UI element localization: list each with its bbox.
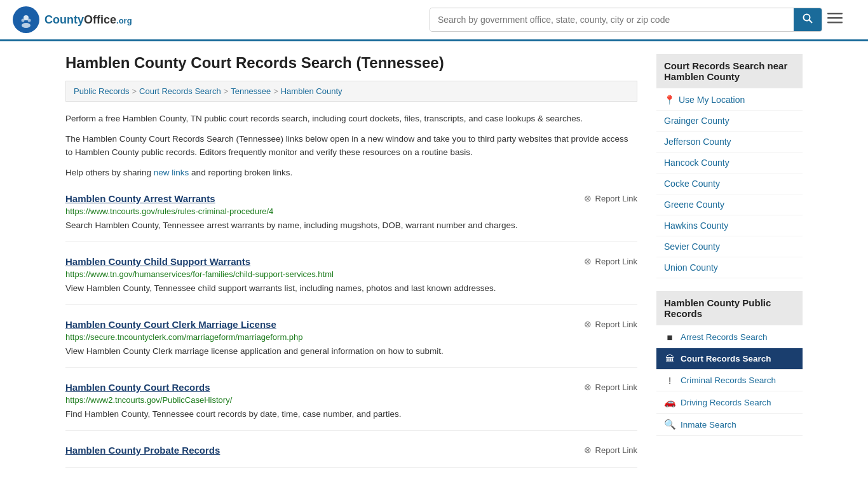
search-input[interactable] (430, 8, 794, 31)
nearby-county-3[interactable]: Cocke County (656, 173, 803, 194)
link-title-1[interactable]: Hamblen County Child Support Warrants (65, 256, 250, 267)
svg-rect-7 (827, 13, 843, 15)
link-item-header: Hamblen County Arrest Warrants ⊗ Report … (65, 193, 637, 204)
location-pin-icon: 📍 (664, 95, 675, 105)
nearby-counties-list: Grainger CountyJefferson CountyHancock C… (656, 111, 803, 278)
records-item-1[interactable]: 🏛 Court Records Search (656, 348, 803, 370)
nearby-county-6[interactable]: Sevier County (656, 236, 803, 257)
nearby-county-4[interactable]: Greene County (656, 194, 803, 215)
report-icon-0: ⊗ (584, 193, 592, 203)
report-link-btn-0[interactable]: ⊗ Report Link (584, 193, 637, 203)
link-item-header: Hamblen County Court Records ⊗ Report Li… (65, 382, 637, 393)
svg-point-5 (804, 15, 810, 21)
report-link-btn-1[interactable]: ⊗ Report Link (584, 256, 637, 266)
svg-point-1 (24, 15, 29, 20)
link-items-container: Hamblen County Arrest Warrants ⊗ Report … (65, 193, 637, 468)
report-icon-4: ⊗ (584, 445, 592, 455)
svg-point-4 (28, 19, 31, 22)
link-item-header: Hamblen County Probate Records ⊗ Report … (65, 445, 637, 456)
link-item: Hamblen County Court Records ⊗ Report Li… (65, 382, 637, 431)
logo-office: Office (84, 13, 116, 26)
nearby-county-0[interactable]: Grainger County (656, 111, 803, 132)
records-item-0[interactable]: ■ Arrest Records Search (656, 327, 803, 348)
nearby-county-2[interactable]: Hancock County (656, 152, 803, 173)
page-title: Hamblen County Court Records Search (Ten… (65, 54, 637, 72)
search-bar-area (430, 8, 843, 32)
intro-text-1: Perform a free Hamblen County, TN public… (65, 112, 637, 126)
breadcrumb-sep-3: > (273, 86, 278, 96)
rec-icon-4: 🔍 (664, 419, 675, 430)
header: CountyOffice.org (0, 0, 868, 41)
records-link-1[interactable]: Court Records Search (681, 354, 771, 363)
records-link-3[interactable]: Driving Records Search (681, 398, 771, 407)
rec-icon-0: ■ (664, 332, 675, 342)
link-url-2[interactable]: https://secure.tncountyclerk.com/marriag… (65, 332, 637, 342)
svg-line-6 (810, 20, 813, 24)
sidebar-records-title: Hamblen County Public Records (656, 291, 803, 325)
breadcrumb-tennessee[interactable]: Tennessee (231, 86, 271, 96)
sidebar: Court Records Search near Hamblen County… (656, 54, 803, 468)
link-description-0: Search Hamblen County, Tennessee arrest … (65, 219, 637, 233)
search-input-wrapper (430, 8, 822, 32)
report-icon-1: ⊗ (584, 256, 592, 266)
content-area: Hamblen County Court Records Search (Ten… (65, 54, 637, 468)
svg-point-2 (22, 23, 31, 28)
link-description-2: View Hamblen County Clerk marriage licen… (65, 345, 637, 358)
report-icon-3: ⊗ (584, 382, 592, 392)
intro-text-2: The Hamblen County Court Records Search … (65, 132, 637, 159)
hamburger-menu-icon[interactable] (827, 10, 843, 29)
report-link-btn-4[interactable]: ⊗ Report Link (584, 445, 637, 455)
use-location-label: Use My Location (679, 95, 745, 105)
link-title-2[interactable]: Hamblen County Court Clerk Marriage Lice… (65, 319, 276, 330)
link-item-header: Hamblen County Court Clerk Marriage Lice… (65, 319, 637, 330)
rec-icon-1: 🏛 (664, 353, 675, 364)
records-link-0[interactable]: Arrest Records Search (681, 332, 768, 342)
svg-rect-9 (827, 22, 843, 24)
nearby-county-7[interactable]: Union County (656, 257, 803, 278)
intro3-prefix: Help others by sharing (65, 168, 154, 177)
link-item: Hamblen County Arrest Warrants ⊗ Report … (65, 193, 637, 242)
report-icon-2: ⊗ (584, 319, 592, 329)
link-description-1: View Hamblen County, Tennessee child sup… (65, 282, 637, 295)
intro-text-3: Help others by sharing new links and rep… (65, 166, 637, 180)
sidebar-nearby-section: Court Records Search near Hamblen County… (656, 54, 803, 278)
logo-county: County (44, 13, 84, 26)
records-link-4[interactable]: Inmate Search (681, 420, 736, 430)
records-link-2[interactable]: Criminal Records Search (681, 376, 776, 385)
sidebar-records-section: Hamblen County Public Records ■ Arrest R… (656, 291, 803, 436)
svg-point-3 (22, 19, 25, 22)
breadcrumb: Public Records > Court Records Search > … (65, 81, 637, 102)
sidebar-records-list: ■ Arrest Records Search 🏛 Court Records … (656, 327, 803, 436)
logo-text: CountyOffice.org (44, 13, 132, 27)
link-item: Hamblen County Probate Records ⊗ Report … (65, 445, 637, 468)
logo-icon (13, 6, 39, 33)
logo-area: CountyOffice.org (13, 6, 132, 33)
breadcrumb-hamblen[interactable]: Hamblen County (281, 86, 342, 96)
breadcrumb-court-records[interactable]: Court Records Search (139, 86, 221, 96)
link-description-3: Find Hamblen County, Tennessee court rec… (65, 408, 637, 421)
link-item-header: Hamblen County Child Support Warrants ⊗ … (65, 256, 637, 267)
new-links-link[interactable]: new links (154, 168, 189, 177)
link-item: Hamblen County Court Clerk Marriage Lice… (65, 319, 637, 368)
records-item-2[interactable]: ! Criminal Records Search (656, 370, 803, 391)
link-title-4[interactable]: Hamblen County Probate Records (65, 445, 220, 456)
breadcrumb-sep-2: > (224, 86, 229, 96)
use-my-location-btn[interactable]: 📍 Use My Location (656, 90, 803, 111)
link-title-3[interactable]: Hamblen County Court Records (65, 382, 210, 393)
records-item-4[interactable]: 🔍 Inmate Search (656, 414, 803, 436)
breadcrumb-sep-1: > (132, 86, 137, 96)
nearby-county-1[interactable]: Jefferson County (656, 132, 803, 152)
search-button[interactable] (794, 8, 822, 31)
link-url-1[interactable]: https://www.tn.gov/humanservices/for-fam… (65, 269, 637, 279)
records-item-3[interactable]: 🚗 Driving Records Search (656, 391, 803, 414)
breadcrumb-public-records[interactable]: Public Records (74, 86, 129, 96)
link-url-0[interactable]: https://www.tncourts.gov/rules/rules-cri… (65, 207, 637, 216)
nearby-county-5[interactable]: Hawkins County (656, 215, 803, 236)
report-link-btn-2[interactable]: ⊗ Report Link (584, 319, 637, 329)
link-title-0[interactable]: Hamblen County Arrest Warrants (65, 193, 215, 204)
rec-icon-3: 🚗 (664, 396, 675, 408)
intro3-suffix: and reporting broken links. (189, 168, 292, 177)
link-url-3[interactable]: https://www2.tncourts.gov/PublicCaseHist… (65, 395, 637, 405)
report-link-btn-3[interactable]: ⊗ Report Link (584, 382, 637, 392)
sidebar-nearby-title: Court Records Search near Hamblen County (656, 54, 803, 88)
